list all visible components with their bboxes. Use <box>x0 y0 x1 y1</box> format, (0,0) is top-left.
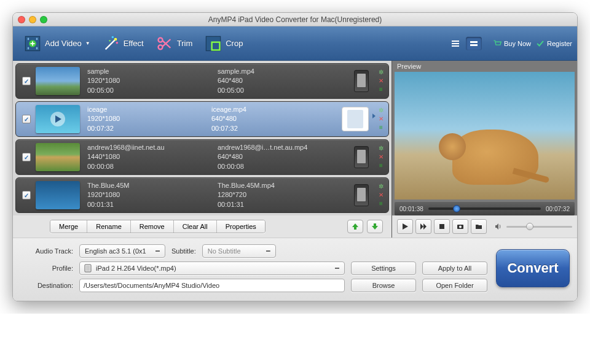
file-row[interactable]: ✓ iceage 1920*1080 00:07:32 iceage.mp4 6… <box>15 101 389 137</box>
row-action-buttons: ✲ ✕ ≡ <box>377 107 385 131</box>
app-window: AnyMP4 iPad Video Converter for Mac(Unre… <box>12 12 578 301</box>
add-icon[interactable]: ≡ <box>377 124 385 131</box>
svg-rect-3 <box>36 37 37 39</box>
svg-point-18 <box>459 226 462 228</box>
move-up-button[interactable] <box>347 220 363 233</box>
output-meta: sample.mp4 640*480 00:05:00 <box>218 67 348 95</box>
destination-label: Destination: <box>20 282 73 289</box>
file-row[interactable]: ✓ The.Blue.45M 1920*1080 00:01:31 The.Bl… <box>15 177 389 213</box>
svg-rect-2 <box>28 47 29 49</box>
row-action-buttons: ✲ ✕ ≡ <box>377 183 385 207</box>
add-icon[interactable]: ≡ <box>377 200 385 207</box>
scissors-icon <box>156 35 173 52</box>
playback-controls <box>392 215 577 238</box>
browse-button[interactable]: Browse <box>351 279 416 292</box>
apply-all-button[interactable]: Apply to All <box>422 261 487 275</box>
row-checkbox[interactable]: ✓ <box>22 115 31 123</box>
output-meta: andrew1968@i…t.net.au.mp4 640*480 00:00:… <box>218 143 348 171</box>
gear-icon[interactable]: ✲ <box>377 183 385 190</box>
destination-input[interactable]: /Users/test/Documents/AnyMP4 Studio/Vide… <box>79 279 345 292</box>
arrow-up-icon <box>351 222 360 231</box>
subtitle-select[interactable]: No Subtitle <box>202 244 276 258</box>
audio-track-select[interactable]: English ac3 5.1 (0x1 <box>79 244 165 258</box>
folder-icon <box>475 223 482 230</box>
source-meta: The.Blue.45M 1920*1080 00:01:31 <box>87 181 218 209</box>
seek-slider[interactable] <box>428 207 541 210</box>
list-view-button[interactable] <box>447 37 463 50</box>
phone-icon[interactable] <box>354 146 369 168</box>
phone-icon[interactable] <box>354 70 369 92</box>
time-total: 00:07:32 <box>546 206 570 212</box>
toolbar: Add Video ▼ Effect Trim Crop Buy Now Reg… <box>13 26 577 61</box>
play-button[interactable] <box>397 219 413 234</box>
merge-button[interactable]: Merge <box>50 220 87 233</box>
svg-rect-4 <box>36 47 37 49</box>
add-video-label: Add Video <box>45 39 82 48</box>
move-down-button[interactable] <box>367 220 383 233</box>
gear-icon[interactable]: ✲ <box>377 145 385 152</box>
transport-bar: 00:01:38 00:07:32 <box>395 202 575 215</box>
svg-rect-15 <box>470 44 478 46</box>
gear-icon[interactable]: ✲ <box>377 69 385 76</box>
properties-button[interactable]: Properties <box>217 220 265 233</box>
profile-select[interactable]: iPad 2 H.264 Video(*.mp4) <box>79 261 345 275</box>
stop-button[interactable] <box>434 219 450 234</box>
add-icon[interactable]: ≡ <box>377 162 385 169</box>
check-icon <box>536 39 545 48</box>
thumbnail[interactable] <box>36 143 80 171</box>
register-link[interactable]: Register <box>536 39 572 48</box>
volume-slider[interactable] <box>506 226 572 228</box>
settings-button[interactable]: Settings <box>351 261 416 275</box>
trim-button[interactable]: Trim <box>150 31 199 56</box>
snapshot-button[interactable] <box>452 219 468 234</box>
list-actions-bar: Merge Rename Remove Clear All Properties <box>13 215 391 238</box>
snapshot-folder-button[interactable] <box>471 219 487 234</box>
add-icon[interactable]: ≡ <box>377 86 385 93</box>
audio-track-label: Audio Track: <box>20 247 73 255</box>
forward-button[interactable] <box>415 219 431 234</box>
delete-icon[interactable]: ✕ <box>377 153 385 161</box>
effect-button[interactable]: Effect <box>96 31 150 56</box>
ipad-icon[interactable] <box>342 107 369 131</box>
stop-icon <box>438 223 446 230</box>
delete-icon[interactable]: ✕ <box>377 192 385 199</box>
svg-rect-20 <box>86 266 90 271</box>
rename-button[interactable]: Rename <box>87 220 131 233</box>
svg-point-6 <box>114 37 117 41</box>
svg-point-8 <box>116 42 118 44</box>
convert-button[interactable]: Convert <box>496 249 570 287</box>
camera-icon <box>457 223 464 230</box>
row-action-buttons: ✲ ✕ ≡ <box>377 145 385 169</box>
svg-rect-12 <box>206 36 221 50</box>
thumbnail[interactable] <box>36 105 80 133</box>
delete-icon[interactable]: ✕ <box>377 115 385 123</box>
add-video-button[interactable]: Add Video ▼ <box>18 31 96 56</box>
row-checkbox[interactable]: ✓ <box>22 191 31 199</box>
thumb-view-button[interactable] <box>466 37 482 50</box>
row-action-buttons: ✲ ✕ ≡ <box>377 69 385 93</box>
svg-point-11 <box>158 45 162 49</box>
thumbnail[interactable] <box>36 67 80 95</box>
output-meta: iceage.mp4 640*480 00:07:32 <box>211 105 336 133</box>
preview-canvas[interactable] <box>395 72 575 199</box>
list-icon <box>451 39 460 48</box>
file-row[interactable]: ✓ andrew1968@iinet.net.au 1440*1080 00:0… <box>15 139 389 175</box>
delete-icon[interactable]: ✕ <box>377 77 385 85</box>
row-checkbox[interactable]: ✓ <box>22 153 31 161</box>
subtitle-label: Subtitle: <box>171 247 196 255</box>
thumbnail[interactable] <box>36 181 80 209</box>
thumb-icon <box>470 39 478 48</box>
source-meta: iceage 1920*1080 00:07:32 <box>87 105 211 133</box>
gear-icon[interactable]: ✲ <box>377 107 385 114</box>
bottom-panel: Audio Track: English ac3 5.1 (0x1 Subtit… <box>13 238 577 301</box>
buy-now-link[interactable]: Buy Now <box>493 39 531 48</box>
clear-all-button[interactable]: Clear All <box>174 220 217 233</box>
phone-icon[interactable] <box>354 184 369 206</box>
svg-rect-1 <box>28 37 29 39</box>
trim-label: Trim <box>177 39 193 48</box>
file-row[interactable]: ✓ sample 1920*1080 00:05:00 sample.mp4 6… <box>15 63 389 99</box>
open-folder-button[interactable]: Open Folder <box>422 279 487 292</box>
row-checkbox[interactable]: ✓ <box>22 77 31 85</box>
crop-button[interactable]: Crop <box>199 31 249 56</box>
remove-button[interactable]: Remove <box>131 220 174 233</box>
